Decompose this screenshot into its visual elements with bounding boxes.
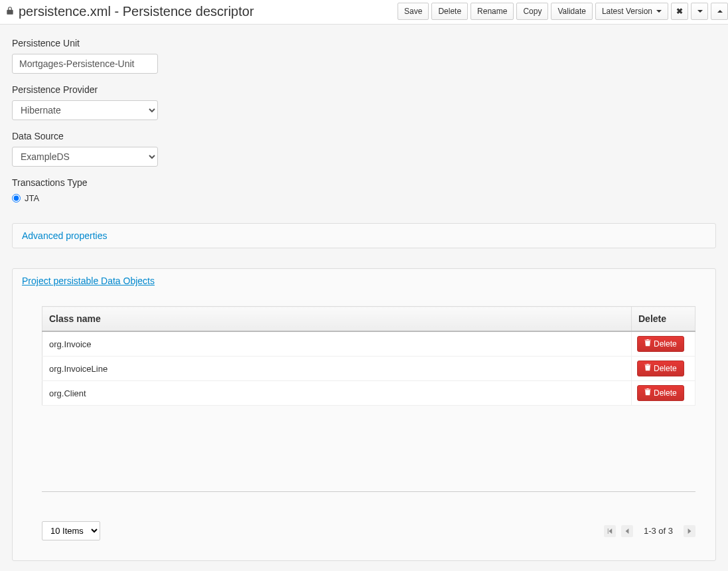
data-source-label: Data Source — [12, 131, 716, 141]
close-icon: ✖ — [676, 5, 683, 17]
trash-icon — [644, 339, 651, 349]
caret-up-icon — [717, 10, 723, 13]
delete-cell: Delete — [632, 331, 695, 357]
persistence-unit-input[interactable] — [12, 54, 158, 74]
delete-row-button[interactable]: Delete — [637, 361, 684, 376]
data-source-select[interactable]: ExampleDS — [12, 147, 158, 167]
transactions-type-jta-radio[interactable] — [12, 194, 21, 203]
lock-icon — [5, 6, 15, 17]
delete-row-button[interactable]: Delete — [637, 336, 684, 352]
delete-column-header: Delete — [632, 307, 695, 332]
data-objects-panel: Project persistable Data Objects Class n… — [12, 268, 716, 561]
table-spacer — [42, 406, 695, 492]
class-name-cell: org.InvoiceLine — [42, 357, 632, 381]
latest-version-label: Latest Version — [602, 5, 652, 17]
data-objects-table: Class name Delete org.InvoiceDeleteorg.I… — [42, 306, 695, 406]
class-name-cell: org.Client — [42, 381, 632, 406]
delete-button[interactable]: Delete — [431, 3, 468, 20]
pager-next-button[interactable] — [684, 525, 695, 537]
delete-row-button[interactable]: Delete — [637, 385, 684, 401]
class-name-column-header: Class name — [42, 307, 632, 332]
trash-icon — [644, 364, 651, 373]
caret-down-icon — [656, 10, 662, 13]
advanced-properties-panel: Advanced properties — [12, 223, 716, 248]
editor-header: persistence.xml - Persistence descriptor… — [0, 0, 728, 25]
editor-body: Persistence Unit Persistence Provider Hi… — [0, 25, 728, 571]
trash-icon — [644, 388, 651, 398]
rename-button[interactable]: Rename — [471, 3, 514, 20]
page-size-select[interactable]: 10 Items — [42, 521, 100, 540]
prev-page-icon — [625, 529, 629, 534]
pager-prev-button[interactable] — [621, 525, 633, 537]
transactions-type-jta-label: JTA — [25, 193, 39, 203]
advanced-properties-toggle[interactable]: Advanced properties — [22, 230, 107, 241]
pager-info: 1-3 of 3 — [644, 526, 673, 536]
copy-button[interactable]: Copy — [516, 3, 548, 20]
pager: 1-3 of 3 — [604, 525, 695, 537]
close-editor-button[interactable]: ✖ — [671, 3, 688, 20]
latest-version-dropdown[interactable]: Latest Version — [595, 3, 668, 20]
table-row: org.ClientDelete — [42, 381, 695, 406]
table-row: org.InvoiceLineDelete — [42, 357, 695, 381]
table-row: org.InvoiceDelete — [42, 331, 695, 357]
persistence-unit-label: Persistence Unit — [12, 38, 716, 48]
transactions-type-label: Transactions Type — [12, 177, 716, 188]
toolbar-menu-button[interactable] — [691, 3, 708, 20]
collapse-button[interactable] — [711, 3, 728, 20]
persistence-provider-select[interactable]: Hibernate — [12, 100, 158, 120]
validate-button[interactable]: Validate — [551, 3, 592, 20]
page-title: persistence.xml - Persistence descriptor — [19, 4, 254, 19]
first-page-icon — [607, 529, 613, 534]
delete-cell: Delete — [632, 381, 695, 406]
save-button[interactable]: Save — [398, 3, 429, 20]
persistence-provider-label: Persistence Provider — [12, 84, 716, 95]
class-name-cell: org.Invoice — [42, 331, 632, 357]
delete-cell: Delete — [632, 357, 695, 381]
editor-toolbar: Save Delete Rename Copy Validate Latest … — [398, 3, 728, 20]
pager-first-button[interactable] — [604, 525, 616, 537]
data-objects-toggle[interactable]: Project persistable Data Objects — [22, 276, 155, 286]
next-page-icon — [688, 529, 692, 534]
caret-down-icon — [697, 10, 703, 13]
